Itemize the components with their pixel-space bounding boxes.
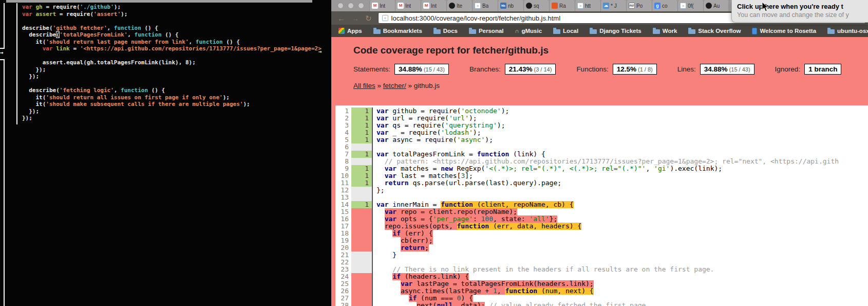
code-segment: () { xyxy=(223,39,240,45)
code-segment xyxy=(376,208,385,215)
browser-tab[interactable]: gco xyxy=(652,0,677,11)
execution-count xyxy=(351,244,373,251)
browser-tab[interactable]: MInt xyxy=(421,0,446,11)
report-file-name: fetcher/github.js xyxy=(473,45,549,56)
code-segment: 'octonode' xyxy=(461,107,501,115)
bookmark-item[interactable]: Stack Overflow xyxy=(688,28,741,34)
code-segment: 'should make subsequent calls if there a… xyxy=(46,101,243,107)
code-line: if (num === 0) { xyxy=(373,295,868,302)
bookmark-item[interactable]: Personal xyxy=(469,28,504,34)
code-segment: ).exec(link); xyxy=(670,165,722,172)
code-segment xyxy=(376,172,385,179)
code-segment: it( xyxy=(22,94,46,101)
reload-button[interactable]: ↻ xyxy=(365,14,372,22)
tab-title: co xyxy=(662,3,668,9)
browser-tab[interactable]: Au xyxy=(703,0,729,11)
metric-value-box: 21.43% (3 / 14) xyxy=(505,64,556,75)
bookmark-item[interactable]: Work xyxy=(653,28,677,34)
browser-tab[interactable]: ≡0f( xyxy=(677,0,703,11)
code-segment: lastPage = totalPagesFromLink(headers.li… xyxy=(412,280,593,287)
terminal-line: }); xyxy=(22,115,322,122)
bookmark-item[interactable]: Welcome to Rosetta xyxy=(752,28,816,34)
bookmark-label: Apps xyxy=(347,28,362,34)
browser-tab[interactable]: MInt xyxy=(395,0,421,11)
terminal-pane[interactable]: → var gh = require('./github');var asser… xyxy=(0,0,331,306)
code-segment: }); xyxy=(22,73,39,80)
page-favicon-icon: ≡ xyxy=(475,3,481,9)
execution-count: 1 xyxy=(351,129,373,136)
bookmarks-bar: AppsBookmarkletsDocsPersonal∩gMusicLocal… xyxy=(331,25,868,37)
terminal-line xyxy=(22,52,322,60)
close-button[interactable] xyxy=(337,3,344,9)
code-line: } xyxy=(373,251,868,259)
rabbit-favicon-icon xyxy=(552,3,558,9)
code-segment: async.times(lastPage + xyxy=(401,287,493,295)
code-segment: ) { xyxy=(461,295,473,302)
code-segment xyxy=(376,244,401,251)
zoom-button[interactable] xyxy=(358,3,364,9)
github-favicon-icon xyxy=(706,3,712,9)
code-segment: var xyxy=(22,4,36,10)
code-segment xyxy=(376,223,385,230)
code-segment: if xyxy=(392,273,401,280)
metric-fraction: (3 / 14) xyxy=(532,66,552,73)
page-favicon-icon: ≡ xyxy=(680,3,686,9)
screenshot-root: → var gh = require('./github');var asser… xyxy=(0,0,868,306)
browser-tab[interactable]: ≡Ba xyxy=(472,0,498,11)
code-line: if (headers.link) { xyxy=(373,273,868,280)
code-segment xyxy=(376,273,392,280)
breadcrumb-link[interactable]: fetcher/ xyxy=(383,82,406,89)
browser-tab[interactable]: Ite xyxy=(446,0,472,11)
code-segment xyxy=(376,230,392,237)
code-segment: } xyxy=(376,251,397,259)
coverage-metrics: Statements:34.88% (15 / 43)Branches:21.4… xyxy=(353,64,868,75)
metric-value-box: 34.88% (15 / 43) xyxy=(700,64,754,75)
metric-value-box: 1 branch xyxy=(804,64,841,75)
music-icon: ∩ xyxy=(515,28,519,34)
browser-tab[interactable]: ≡htt xyxy=(575,0,600,11)
browser-tab[interactable]: Ra xyxy=(549,0,575,11)
forward-button[interactable]: → xyxy=(351,14,359,22)
browser-tab[interactable]: Nbnb xyxy=(498,0,523,11)
code-line-row: 19 cb(err); xyxy=(335,237,868,244)
code-segment: var xyxy=(376,122,388,129)
bookmark-item[interactable]: Django Tickets xyxy=(590,28,641,34)
code-segment: 'async' xyxy=(457,136,485,143)
browser-tab[interactable]: ☁* J xyxy=(600,0,626,11)
execution-count xyxy=(351,223,373,230)
code-segment xyxy=(376,179,385,187)
breadcrumb-link[interactable]: All files xyxy=(353,82,375,89)
tab-title: Au xyxy=(713,3,720,9)
terminal-line: }); xyxy=(22,66,322,74)
page-favicon-icon: ≡ xyxy=(577,3,583,9)
line-number: 13 xyxy=(335,194,351,201)
code-line: var _ = require('lodash'); xyxy=(373,129,868,136)
bookmark-item[interactable]: Apps xyxy=(338,28,362,34)
browser-tab[interactable]: sq xyxy=(523,0,549,11)
bookmark-item[interactable]: Docs xyxy=(433,28,458,34)
code-line: // There is no link present in the heade… xyxy=(373,266,868,273)
line-number: 19 xyxy=(335,237,351,244)
bookmark-item[interactable]: Local xyxy=(553,28,578,34)
metric-value: 12.5% xyxy=(617,65,636,73)
bookmark-item[interactable]: Bookmarklets xyxy=(373,28,422,34)
terminal-line: describe('totalPagesFromLink', function … xyxy=(22,31,322,39)
execution-count xyxy=(351,280,373,287)
bookmark-item[interactable]: ∩gMusic xyxy=(515,28,542,34)
code-segment: 'gi' xyxy=(654,165,670,172)
tab-title: Int xyxy=(380,3,385,9)
coverage-metric: Lines:34.88% (15 / 43) xyxy=(677,64,754,75)
code-segment: , xyxy=(189,39,196,45)
execution-count xyxy=(351,215,373,223)
code-segment: (num === xyxy=(417,295,457,302)
browser-tab[interactable]: MInt xyxy=(369,0,395,11)
minimize-button[interactable] xyxy=(348,3,354,9)
bookmark-item[interactable]: ubuntu-osx-inst xyxy=(827,28,868,34)
tab-title: Int xyxy=(431,3,437,9)
browser-tab[interactable]: P97Po xyxy=(626,0,652,11)
line-number: 9 xyxy=(335,165,351,172)
code-segment: './github' xyxy=(80,4,114,10)
back-button[interactable]: ← xyxy=(337,14,345,22)
code-segment: , state: xyxy=(493,215,529,223)
breadcrumb: All files » fetcher/ » github.js xyxy=(353,82,868,89)
